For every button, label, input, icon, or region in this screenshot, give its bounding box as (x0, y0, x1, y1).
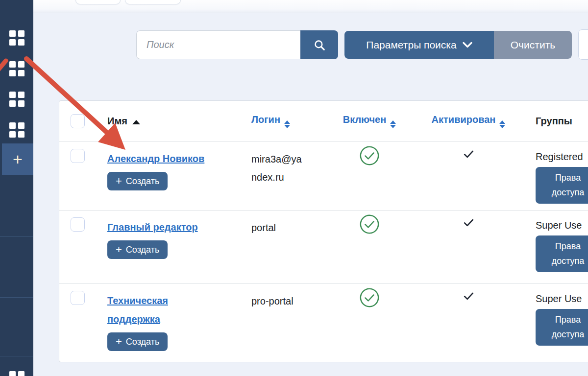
cutoff-right-button[interactable] (578, 29, 588, 60)
chevron-down-icon (463, 42, 472, 48)
enabled-check-circle-icon (359, 214, 380, 235)
table-row-user-3: Техническая поддержка + Создать pro-port… (59, 283, 588, 363)
plus-icon: + (13, 150, 23, 169)
search-input[interactable] (136, 30, 300, 59)
sort-icon (284, 120, 290, 128)
activated-check-icon (463, 216, 475, 229)
search-button[interactable] (300, 30, 338, 59)
sidebar-item-apps-1[interactable] (0, 23, 33, 53)
table-row-user-1: Александр Новиков + Создать mira3a@yande… (59, 141, 588, 210)
create-button[interactable]: + Создать (107, 332, 168, 351)
activated-check-icon (463, 148, 475, 160)
sidebar-divider (0, 297, 33, 298)
user-name-link[interactable]: Техническая поддержка (107, 291, 211, 329)
apps-grid-icon (9, 61, 24, 76)
top-tab[interactable] (125, 0, 181, 4)
row-checkbox[interactable] (71, 217, 85, 232)
table-header-row: Имя Логин Включен Активирован Группы (59, 101, 588, 141)
user-name-link[interactable]: Александр Новиков (107, 149, 204, 168)
sidebar-item-apps-4[interactable] (0, 115, 33, 145)
enabled-check-circle-icon (359, 145, 380, 166)
group-name: Super Use (536, 218, 582, 232)
sidebar-item-apps-3[interactable] (0, 84, 33, 114)
sidebar-divider (0, 356, 33, 356)
clear-search-button[interactable]: Очистить (494, 31, 572, 59)
activated-check-icon (463, 290, 475, 302)
top-tab[interactable] (75, 0, 121, 4)
top-strip (33, 0, 588, 13)
column-header-activated[interactable]: Активирован (432, 114, 506, 125)
access-rights-button[interactable]: Права доступа (536, 235, 588, 272)
column-header-login[interactable]: Логин (251, 114, 290, 125)
users-table: Имя Логин Включен Активирован Группы Але… (59, 100, 588, 362)
group-name: Registered (536, 150, 583, 164)
column-header-enabled[interactable]: Включен (343, 114, 396, 125)
search-params-label: Параметры поиска (366, 39, 456, 51)
enabled-check-circle-icon (359, 287, 380, 308)
row-checkbox[interactable] (71, 149, 85, 163)
create-button[interactable]: + Создать (107, 172, 168, 190)
group-name: Super Use (536, 292, 582, 306)
plus-icon: + (116, 245, 122, 254)
apps-grid-icon (9, 122, 24, 138)
login-value: mira3a@yandex.ru (251, 142, 305, 187)
apps-grid-icon (9, 371, 24, 376)
access-rights-button[interactable]: Права доступа (536, 309, 588, 346)
create-button[interactable]: + Создать (107, 240, 168, 259)
plus-icon: + (116, 337, 122, 346)
magnifier-icon (313, 39, 326, 51)
login-value: pro-portal (251, 284, 305, 310)
sidebar-item-apps-2[interactable] (0, 53, 33, 84)
apps-grid-icon (9, 30, 24, 46)
select-all-checkbox[interactable] (71, 114, 85, 128)
access-rights-button[interactable]: Права доступа (536, 167, 588, 204)
column-header-groups: Группы (536, 116, 572, 126)
row-checkbox[interactable] (71, 291, 85, 305)
sidebar-divider (0, 236, 33, 237)
column-header-name[interactable]: Имя (107, 116, 140, 126)
sidebar-item-apps-5[interactable] (0, 363, 33, 376)
sidebar: + (0, 0, 33, 376)
plus-icon: + (116, 177, 122, 186)
table-row-user-2: Главный редактор + Создать portal Super … (59, 210, 588, 283)
sort-asc-icon (132, 120, 140, 124)
user-name-link[interactable]: Главный редактор (107, 218, 198, 236)
sort-icon (499, 120, 505, 128)
apps-grid-icon (9, 92, 24, 107)
search-params-button[interactable]: Параметры поиска (344, 31, 494, 59)
sort-icon (390, 120, 396, 128)
login-value: portal (251, 211, 305, 237)
sidebar-add-button[interactable]: + (2, 143, 33, 175)
